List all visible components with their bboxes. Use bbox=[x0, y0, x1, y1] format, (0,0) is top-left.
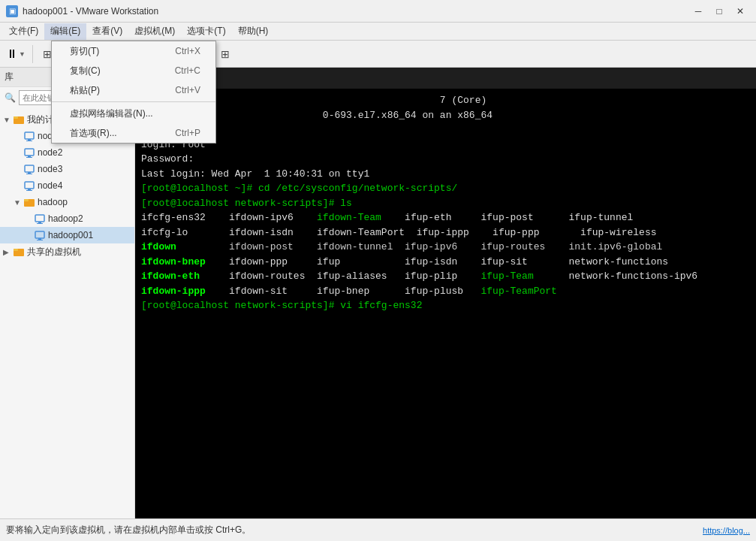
menu-view[interactable]: 查看(V) bbox=[86, 23, 128, 40]
maximize-button[interactable]: □ bbox=[709, 4, 729, 19]
power-icon: ⏸ bbox=[6, 47, 18, 61]
menu-separator-1 bbox=[52, 101, 215, 102]
svg-rect-21 bbox=[37, 240, 43, 240]
svg-rect-1 bbox=[14, 116, 18, 119]
sidebar-label: hadoop bbox=[38, 197, 68, 207]
ctrlaltdel-icon: ⊞ bbox=[221, 48, 230, 60]
svg-rect-9 bbox=[28, 172, 31, 174]
menu-file[interactable]: 文件(F) bbox=[3, 23, 44, 40]
svg-rect-19 bbox=[35, 231, 44, 238]
terminal[interactable]: 7 (Core) 0-693.el7.x86_64 on an x86_64 l… bbox=[135, 89, 756, 518]
sidebar-label: node2 bbox=[38, 147, 62, 158]
sidebar-label: node4 bbox=[38, 180, 62, 191]
close-button[interactable]: ✕ bbox=[730, 4, 750, 19]
sidebar-label: hadoop001 bbox=[48, 230, 93, 240]
svg-rect-8 bbox=[25, 165, 34, 172]
term-line-11: ifdown ifdown-post ifdown-tunnel ifup-ip… bbox=[141, 240, 750, 255]
svg-rect-15 bbox=[24, 199, 29, 201]
vm-icon bbox=[23, 147, 35, 159]
sidebar-item-shared[interactable]: ▶ 共享的虚拟机 bbox=[0, 243, 134, 260]
content-area: hadoop001 × 7 (Core) 0-693.el7.x86_64 on… bbox=[135, 68, 756, 518]
sidebar-item-node3[interactable]: node3 bbox=[0, 161, 134, 177]
svg-rect-10 bbox=[26, 174, 32, 174]
title-bar-left: ▣ hadoop001 - VMware Workstation bbox=[6, 5, 158, 17]
vm-icon bbox=[23, 180, 35, 192]
toolbar-sendctrlaltdel-btn[interactable]: ⊞ bbox=[215, 44, 236, 65]
term-line-13: ifdown-eth ifdown-routes ifup-aliases if… bbox=[141, 269, 750, 284]
svg-rect-12 bbox=[28, 189, 31, 190]
menu-tabs[interactable]: 选项卡(T) bbox=[181, 23, 231, 40]
folder-icon bbox=[23, 196, 35, 208]
search-icon: 🔍 bbox=[5, 92, 16, 103]
sidebar-tree: ▼ 我的计算机 node1 node2 bbox=[0, 108, 134, 518]
svg-rect-17 bbox=[38, 222, 41, 223]
window-title: hadoop001 - VMware Workstation bbox=[23, 6, 158, 17]
tab-bar: hadoop001 × bbox=[135, 68, 756, 89]
menu-vm[interactable]: 虚拟机(M) bbox=[128, 23, 181, 40]
sidebar-item-node2[interactable]: node2 bbox=[0, 144, 134, 161]
term-line-9: ifcfg-ens32 ifdown-ipv6 ifdown-Team ifup… bbox=[141, 210, 750, 225]
status-link[interactable]: https://blog... bbox=[703, 526, 750, 535]
sidebar-item-hadoop001[interactable]: hadoop001 bbox=[0, 227, 134, 243]
sidebar-label: 共享的虚拟机 bbox=[27, 246, 81, 258]
status-bar: 要将输入定向到该虚拟机，请在虚拟机内部单击或按 Ctrl+G。 https://… bbox=[0, 518, 756, 541]
menu-paste[interactable]: 粘贴(P) Ctrl+V bbox=[52, 80, 215, 100]
svg-rect-13 bbox=[26, 190, 32, 191]
svg-rect-2 bbox=[25, 132, 34, 139]
sidebar-item-hadoop-folder[interactable]: ▼ hadoop bbox=[0, 194, 134, 210]
menu-copy[interactable]: 复制(C) Ctrl+C bbox=[52, 61, 215, 80]
expand-icon: ▼ bbox=[3, 116, 11, 124]
vm-icon bbox=[23, 130, 35, 142]
term-line-5: Password: bbox=[141, 152, 750, 167]
app-icon: ▣ bbox=[6, 5, 18, 17]
term-line-6: Last login: Wed Apr 1 10:40:31 on tty1 bbox=[141, 167, 750, 182]
window-controls: ─ □ ✕ bbox=[688, 4, 750, 19]
svg-rect-11 bbox=[25, 182, 34, 189]
expand-icon: ▶ bbox=[3, 248, 11, 256]
edit-dropdown-menu[interactable]: 剪切(T) Ctrl+X 复制(C) Ctrl+C 粘贴(P) Ctrl+V 虚… bbox=[51, 41, 216, 144]
svg-rect-20 bbox=[38, 238, 41, 240]
term-line-7: [root@localhost ~]# cd /etc/sysconfig/ne… bbox=[141, 181, 750, 196]
expand-icon: ▼ bbox=[14, 198, 21, 207]
svg-rect-18 bbox=[37, 223, 43, 224]
menu-cut[interactable]: 剪切(T) Ctrl+X bbox=[52, 41, 215, 61]
term-line-10: ifcfg-lo ifdown-isdn ifdown-TeamPort ifu… bbox=[141, 225, 750, 240]
svg-rect-7 bbox=[26, 157, 32, 158]
status-right: https://blog... bbox=[703, 526, 750, 535]
power-dropdown-icon: ▼ bbox=[19, 50, 26, 58]
svg-rect-3 bbox=[28, 139, 31, 141]
folder-icon bbox=[13, 246, 25, 258]
folder-icon bbox=[13, 113, 25, 125]
toolbar-power-btn[interactable]: ⏸ ▼ bbox=[3, 44, 29, 65]
term-line-3 bbox=[141, 122, 750, 138]
minimize-button[interactable]: ─ bbox=[688, 4, 708, 19]
menu-bar: 文件(F) 编辑(E) 查看(V) 虚拟机(M) 选项卡(T) 帮助(H) 剪切… bbox=[0, 23, 756, 41]
menu-preferences[interactable]: 首选项(R)... Ctrl+P bbox=[52, 123, 215, 143]
sidebar-label: hadoop2 bbox=[48, 213, 83, 224]
vm-icon bbox=[34, 213, 46, 225]
menu-network-editor[interactable]: 虚拟网络编辑器(N)... bbox=[52, 104, 215, 123]
sidebar-label: node3 bbox=[38, 164, 62, 174]
term-line-4: login: root bbox=[141, 138, 750, 153]
sidebar-header-label: 库 bbox=[5, 71, 14, 83]
vm-icon bbox=[23, 163, 35, 175]
term-line-1: 7 (Core) bbox=[141, 93, 750, 108]
term-line-2: 0-693.el7.x86_64 on an x86_64 bbox=[141, 108, 750, 123]
svg-rect-16 bbox=[35, 215, 44, 222]
sidebar-item-node4[interactable]: node4 bbox=[0, 177, 134, 194]
menu-edit[interactable]: 编辑(E) bbox=[44, 23, 86, 40]
sidebar-item-hadoop2[interactable]: hadoop2 bbox=[0, 210, 134, 227]
term-line-14: ifdown-ippp ifdown-sit ifup-bnep ifup-pl… bbox=[141, 284, 750, 299]
svg-rect-4 bbox=[26, 141, 32, 141]
svg-rect-23 bbox=[14, 249, 18, 251]
toolbar-sep-1 bbox=[32, 45, 33, 63]
svg-rect-5 bbox=[25, 149, 34, 156]
title-bar: ▣ hadoop001 - VMware Workstation ─ □ ✕ bbox=[0, 0, 756, 23]
menu-help[interactable]: 帮助(H) bbox=[232, 23, 275, 40]
svg-rect-6 bbox=[28, 156, 31, 157]
term-line-8: [root@localhost network-scripts]# ls bbox=[141, 196, 750, 211]
status-text: 要将输入定向到该虚拟机，请在虚拟机内部单击或按 Ctrl+G。 bbox=[6, 524, 251, 536]
term-line-15: [root@localhost network-scripts]# vi ifc… bbox=[141, 298, 750, 313]
vm-icon bbox=[34, 229, 46, 241]
term-line-12: ifdown-bnep ifdown-ppp ifup ifup-isdn if… bbox=[141, 255, 750, 270]
